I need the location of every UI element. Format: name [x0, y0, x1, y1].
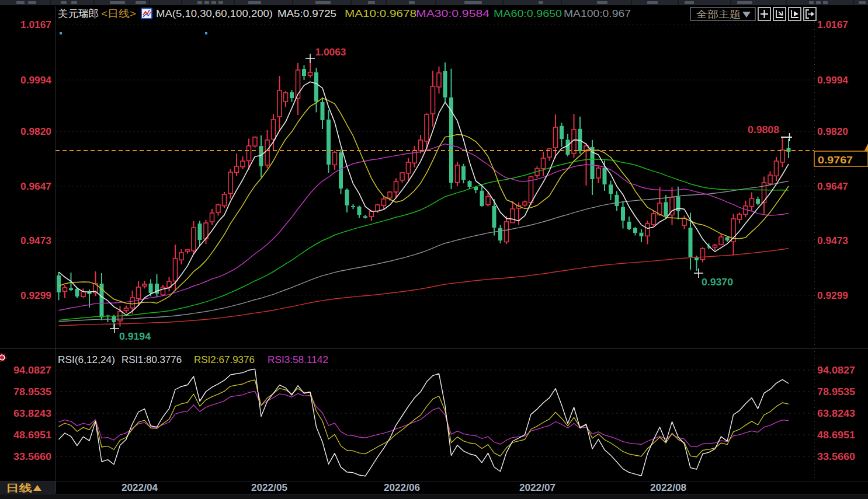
svg-text:0.9820: 0.9820	[20, 127, 51, 137]
svg-text:33.5660: 33.5660	[817, 452, 855, 462]
svg-text:1.0167: 1.0167	[20, 20, 51, 30]
svg-text:63.8243: 63.8243	[13, 409, 51, 418]
svg-text:1.0063: 1.0063	[315, 47, 346, 57]
svg-text:<日线>: <日线>	[101, 8, 136, 19]
svg-text:MA60:0.9650: MA60:0.9650	[494, 9, 562, 19]
svg-text:2022/08: 2022/08	[650, 483, 686, 493]
svg-text:48.6951: 48.6951	[817, 430, 855, 440]
svg-text:RSI3:58.1142: RSI3:58.1142	[268, 355, 328, 365]
svg-text:MA10:0.9678: MA10:0.9678	[345, 9, 416, 19]
svg-text:1.0167: 1.0167	[817, 20, 848, 30]
svg-text:0.9194: 0.9194	[119, 331, 151, 341]
svg-text:78.9535: 78.9535	[13, 387, 51, 397]
svg-text:33.5660: 33.5660	[13, 452, 51, 462]
svg-text:2022/07: 2022/07	[519, 483, 555, 493]
svg-text:0.9299: 0.9299	[817, 291, 848, 301]
svg-text:48.6951: 48.6951	[13, 430, 51, 440]
svg-text:0.9473: 0.9473	[817, 236, 848, 246]
svg-text:美元瑞郎: 美元瑞郎	[58, 8, 99, 19]
svg-text:0.9299: 0.9299	[20, 291, 51, 301]
svg-text:0.9994: 0.9994	[817, 75, 848, 85]
svg-text:0.9767: 0.9767	[818, 155, 853, 166]
svg-text:全部主题: 全部主题	[696, 9, 741, 19]
svg-text:0.9473: 0.9473	[20, 236, 51, 246]
svg-text:63.8243: 63.8243	[817, 409, 855, 418]
svg-text:0.9994: 0.9994	[20, 75, 51, 85]
svg-text:2022/05: 2022/05	[251, 483, 287, 493]
svg-text:MA5:0.9725: MA5:0.9725	[277, 9, 336, 19]
svg-text:78.9535: 78.9535	[817, 387, 855, 397]
svg-text:RSI1:80.3776: RSI1:80.3776	[121, 355, 182, 365]
svg-text:94.0827: 94.0827	[13, 365, 51, 375]
svg-text:0.9808: 0.9808	[748, 125, 779, 135]
svg-text:RSI2:67.9376: RSI2:67.9376	[194, 355, 255, 365]
svg-text:MA30:0.9584: MA30:0.9584	[416, 9, 489, 19]
svg-text:日线: 日线	[6, 483, 32, 494]
svg-text:MA100:0.967: MA100:0.967	[564, 9, 631, 19]
svg-text:0.9820: 0.9820	[817, 127, 848, 137]
svg-text:2022/04: 2022/04	[121, 483, 158, 493]
svg-text:94.0827: 94.0827	[817, 365, 855, 375]
svg-text:2022/06: 2022/06	[384, 483, 420, 493]
svg-text:0.9370: 0.9370	[702, 277, 733, 287]
svg-text:0.9647: 0.9647	[817, 182, 848, 191]
svg-text:0.9647: 0.9647	[20, 182, 51, 191]
svg-text:MA(5,10,30,60,100,200): MA(5,10,30,60,100,200)	[156, 9, 273, 19]
svg-text:RSI(6,12,24): RSI(6,12,24)	[58, 355, 115, 365]
